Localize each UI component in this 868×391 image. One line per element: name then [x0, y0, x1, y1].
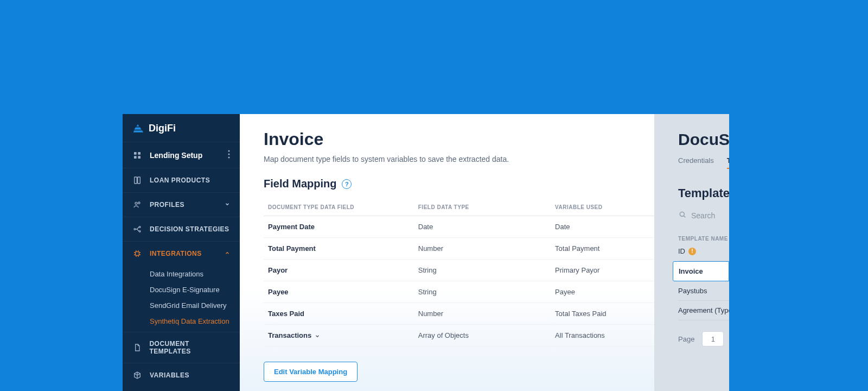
table-row[interactable]: TransactionsArray of ObjectsAll Transact… [264, 325, 705, 346]
brand: DigiFi [123, 114, 240, 142]
warning-icon: ! [688, 248, 696, 255]
nav-label: VARIABLES [150, 371, 189, 379]
sub-synthetiq[interactable]: Synthetiq Data Extraction [150, 315, 240, 327]
cell-type: Number [414, 238, 551, 260]
table-row[interactable]: Total PaymentNumberTotal Payment [264, 238, 705, 260]
sidebar: DigiFi Lending Setup LOAN PRODUCTS PROFI… [123, 114, 240, 391]
svg-point-10 [138, 202, 140, 204]
right-title: DocuS [678, 130, 729, 149]
right-panel: DocuS Credentials T Templates Search TEM… [654, 114, 729, 391]
nav-label: INTEGRATIONS [150, 250, 202, 257]
nav-label: DOCUMENT TEMPLATES [149, 340, 230, 355]
book-icon [132, 176, 142, 185]
sub-data-integrations[interactable]: Data Integrations [150, 268, 240, 280]
logo-icon [132, 123, 143, 134]
field-mapping-table: DOCUMENT TYPE DATA FIELD FIELD DATA TYPE… [264, 199, 705, 346]
right-tabs: Credentials T [678, 156, 729, 169]
cell-type: Array of Objects [414, 325, 551, 346]
nav-decision-strategies[interactable]: DECISION STRATEGIES [123, 217, 240, 241]
tab-credentials[interactable]: Credentials [678, 156, 714, 169]
app-window: DigiFi Lending Setup LOAN PRODUCTS PROFI… [123, 114, 729, 391]
sub-docusign[interactable]: DocuSign E-Signature [150, 283, 240, 296]
page-subtitle: Map document type fields to system varia… [264, 155, 705, 163]
page-label: Page [678, 335, 694, 343]
col-type: FIELD DATA TYPE [414, 199, 551, 216]
nav-profiles[interactable]: PROFILES [123, 192, 240, 217]
cell-field: Payor [264, 260, 414, 281]
svg-rect-8 [138, 177, 141, 184]
chevron-down-icon [225, 201, 230, 209]
cube-icon [132, 371, 142, 380]
svg-rect-1 [138, 152, 141, 155]
users-icon [132, 200, 142, 209]
tab-templates[interactable]: T [727, 156, 729, 169]
cell-type: String [414, 281, 551, 303]
search-icon [678, 210, 687, 220]
templates-column-header: TEMPLATE NAME [678, 236, 729, 242]
nav-integrations-submenu: Data Integrations DocuSign E-Signature S… [123, 266, 240, 332]
page-title: Invoice [264, 129, 705, 149]
more-icon[interactable] [228, 150, 230, 160]
edit-variable-mapping-button[interactable]: Edit Variable Mapping [264, 362, 358, 382]
table-row[interactable]: PayeeStringPayee [264, 281, 705, 303]
template-name: ID [678, 247, 685, 255]
svg-point-15 [680, 212, 684, 216]
col-field: DOCUMENT TYPE DATA FIELD [264, 199, 414, 216]
search-placeholder: Search [691, 211, 715, 220]
help-icon[interactable]: ? [342, 179, 352, 189]
nav-integrations[interactable]: INTEGRATIONS [123, 241, 240, 266]
nav-label: Lending Setup [150, 151, 202, 160]
cell-field: Taxes Paid [264, 303, 414, 325]
grid-icon [132, 151, 142, 160]
section-label: Field Mapping [264, 178, 336, 190]
svg-point-5 [228, 154, 230, 155]
nav-lending-setup[interactable]: Lending Setup [123, 142, 240, 168]
cell-type: Date [414, 216, 551, 238]
template-row-agreement[interactable]: Agreement (Type [678, 301, 729, 320]
chip-icon [132, 249, 142, 258]
template-row-id[interactable]: ID ! [678, 242, 729, 261]
table-row[interactable]: PayorStringPrimary Payor [264, 260, 705, 281]
flow-icon [132, 225, 142, 234]
svg-point-9 [135, 202, 137, 204]
search-input[interactable]: Search [678, 210, 729, 220]
brand-name: DigiFi [149, 123, 176, 134]
page-number[interactable]: 1 [702, 331, 724, 346]
cell-field: Payee [264, 281, 414, 303]
section-title: Field Mapping ? [264, 178, 705, 190]
template-name: Paystubs [678, 287, 707, 295]
template-row-paystubs[interactable]: Paystubs [678, 281, 729, 301]
svg-point-12 [139, 226, 141, 228]
svg-rect-2 [134, 156, 137, 159]
svg-point-6 [228, 157, 230, 159]
table-row[interactable]: Payment DateDateDate [264, 216, 705, 238]
chevron-up-icon [225, 250, 230, 257]
nav-label: LOAN PRODUCTS [150, 176, 210, 184]
cell-type: String [414, 260, 551, 281]
cell-type: Number [414, 303, 551, 325]
svg-rect-14 [136, 252, 139, 256]
template-row-invoice[interactable]: Invoice [673, 261, 729, 281]
nav-variables[interactable]: VARIABLES [123, 363, 240, 387]
sub-sendgrid[interactable]: SendGrid Email Delivery [150, 299, 240, 312]
svg-rect-7 [135, 177, 137, 184]
template-name: Agreement (Type [678, 306, 729, 314]
cell-field: Total Payment [264, 238, 414, 260]
svg-point-4 [228, 150, 230, 152]
pager: Page 1 [678, 331, 729, 346]
svg-point-11 [134, 229, 136, 230]
right-section: Templates [678, 186, 729, 200]
cell-field: Payment Date [264, 216, 414, 238]
nav-document-templates[interactable]: DOCUMENT TEMPLATES [123, 332, 240, 363]
nav-label: DECISION STRATEGIES [150, 225, 229, 233]
nav-loan-products[interactable]: LOAN PRODUCTS [123, 168, 240, 192]
svg-point-13 [139, 231, 141, 232]
document-icon [132, 343, 142, 352]
template-name: Invoice [679, 267, 703, 275]
table-row[interactable]: Taxes PaidNumberTotal Taxes Paid [264, 303, 705, 325]
chevron-down-icon[interactable] [315, 333, 320, 339]
cell-field: Transactions [264, 325, 414, 346]
svg-rect-0 [134, 152, 137, 155]
nav-label: PROFILES [150, 201, 184, 209]
svg-rect-3 [138, 156, 141, 159]
